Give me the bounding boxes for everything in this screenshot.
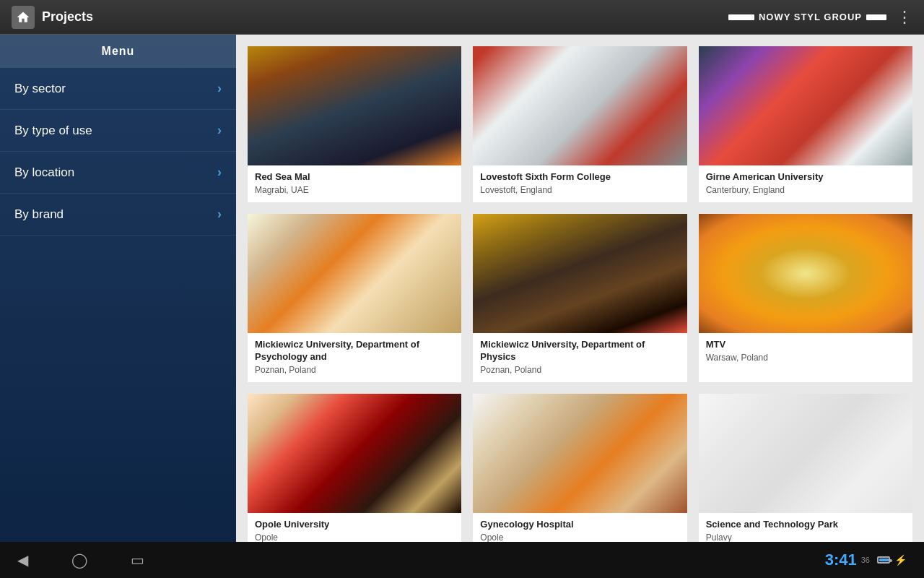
project-name: Mickiewicz University, Department of Psy… — [255, 339, 454, 363]
time-display: 3:41 — [825, 551, 857, 569]
project-location: Poznan, Poland — [480, 365, 679, 375]
battery-fill — [879, 558, 889, 561]
battery-percent: 36 — [861, 556, 870, 564]
page-title: Projects — [42, 9, 728, 25]
project-name: Red Sea Mal — [255, 171, 454, 184]
project-image-placeholder — [248, 214, 461, 333]
project-info: Lovestoft Sixth Form CollegeLovestoft, E… — [473, 165, 687, 202]
project-card[interactable]: Opole UniversityOpole — [248, 394, 461, 542]
project-location: Poznan, Poland — [255, 365, 454, 375]
project-info: Gynecology HospitalOpole — [473, 513, 687, 542]
project-info: Girne American UniversityCanterbury, Eng… — [699, 165, 912, 202]
project-image-placeholder — [473, 394, 687, 513]
charging-icon: ⚡ — [894, 554, 907, 566]
home-button[interactable] — [12, 6, 35, 29]
project-image-placeholder — [699, 46, 912, 165]
overflow-menu-icon[interactable]: ⋮ — [897, 9, 912, 25]
sidebar-item-by-sector[interactable]: By sector › — [0, 68, 236, 110]
project-location: Magrabi, UAE — [255, 185, 454, 195]
project-location: Warsaw, Poland — [706, 353, 905, 363]
project-image-placeholder — [248, 46, 461, 165]
sidebar-item-label-by-brand: By brand — [14, 207, 64, 222]
battery-icon — [877, 556, 890, 564]
project-location: Lovestoft, England — [480, 185, 679, 195]
project-name: Science and Technology Park — [706, 519, 905, 531]
project-card[interactable]: Science and Technology ParkPulavy — [699, 394, 912, 542]
chevron-right-icon-by-sector: › — [217, 81, 222, 96]
android-nav: ◀ ◯ ▭ — [17, 551, 144, 569]
home-nav-button[interactable]: ◯ — [71, 551, 87, 569]
project-image — [248, 394, 461, 513]
project-card[interactable]: Red Sea MalMagrabi, UAE — [248, 46, 461, 202]
home-icon — [16, 10, 30, 25]
project-location: Canterbury, England — [706, 185, 905, 195]
main-layout: Menu By sector › By type of use › By loc… — [0, 35, 924, 542]
project-image-placeholder — [248, 394, 461, 513]
project-location: Pulavy — [706, 532, 905, 542]
chevron-right-icon-by-brand: › — [217, 207, 222, 222]
project-info: MTVWarsaw, Poland — [699, 333, 912, 370]
sidebar-item-by-brand[interactable]: By brand › — [0, 194, 236, 236]
project-name: Mickiewicz University, Department of Phy… — [480, 339, 679, 363]
project-image-placeholder — [699, 394, 912, 513]
project-image — [473, 46, 687, 165]
project-card[interactable]: Mickiewicz University, Department of Psy… — [248, 214, 461, 382]
project-image — [248, 214, 461, 333]
logo-bar-2 — [866, 14, 886, 20]
sidebar-item-by-location[interactable]: By location › — [0, 152, 236, 194]
projects-grid: Red Sea MalMagrabi, UAELovestoft Sixth F… — [248, 46, 912, 542]
chevron-right-icon-by-type: › — [217, 123, 222, 138]
project-image — [248, 46, 461, 165]
project-image — [699, 46, 912, 165]
project-card[interactable]: MTVWarsaw, Poland — [699, 214, 912, 382]
project-name: Opole University — [255, 519, 454, 531]
top-bar: Projects NOWY STYL GROUP ⋮ — [0, 0, 924, 35]
content-area: Red Sea MalMagrabi, UAELovestoft Sixth F… — [236, 35, 924, 542]
sidebar-header: Menu — [0, 35, 236, 68]
sidebar-item-label-by-type: By type of use — [14, 124, 92, 138]
project-location: Opole — [255, 532, 454, 542]
project-image — [473, 214, 687, 333]
project-name: MTV — [706, 339, 905, 351]
project-image-placeholder — [699, 214, 912, 333]
recents-button[interactable]: ▭ — [131, 551, 144, 569]
project-image-placeholder — [473, 46, 687, 165]
project-card[interactable]: Mickiewicz University, Department of Phy… — [473, 214, 687, 382]
project-info: Opole UniversityOpole — [248, 513, 461, 542]
android-bar-right: 3:41 36 ⚡ — [825, 551, 907, 569]
project-image — [473, 394, 687, 513]
project-location: Opole — [480, 532, 679, 542]
sidebar-item-by-type[interactable]: By type of use › — [0, 110, 236, 152]
project-image — [699, 394, 912, 513]
project-info: Red Sea MalMagrabi, UAE — [248, 165, 461, 202]
project-card[interactable]: Girne American UniversityCanterbury, Eng… — [699, 46, 912, 202]
logo: NOWY STYL GROUP — [728, 12, 886, 22]
project-info: Mickiewicz University, Department of Phy… — [473, 333, 687, 382]
project-image-placeholder — [473, 214, 687, 333]
project-name: Gynecology Hospital — [480, 519, 679, 531]
project-name: Lovestoft Sixth Form College — [480, 171, 679, 184]
logo-bar-1 — [728, 14, 754, 20]
android-bar: ◀ ◯ ▭ 3:41 36 ⚡ — [0, 542, 924, 578]
logo-text: NOWY STYL GROUP — [759, 12, 862, 22]
back-button[interactable]: ◀ — [17, 551, 28, 569]
battery-info: 36 — [861, 556, 870, 564]
project-info: Mickiewicz University, Department of Psy… — [248, 333, 461, 382]
chevron-right-icon-by-location: › — [217, 165, 222, 180]
project-name: Girne American University — [706, 171, 905, 184]
project-card[interactable]: Lovestoft Sixth Form CollegeLovestoft, E… — [473, 46, 687, 202]
project-image — [699, 214, 912, 333]
project-card[interactable]: Gynecology HospitalOpole — [473, 394, 687, 542]
sidebar-item-label-by-location: By location — [14, 165, 74, 180]
sidebar-item-label-by-sector: By sector — [14, 82, 66, 96]
sidebar: Menu By sector › By type of use › By loc… — [0, 35, 236, 542]
project-info: Science and Technology ParkPulavy — [699, 513, 912, 542]
